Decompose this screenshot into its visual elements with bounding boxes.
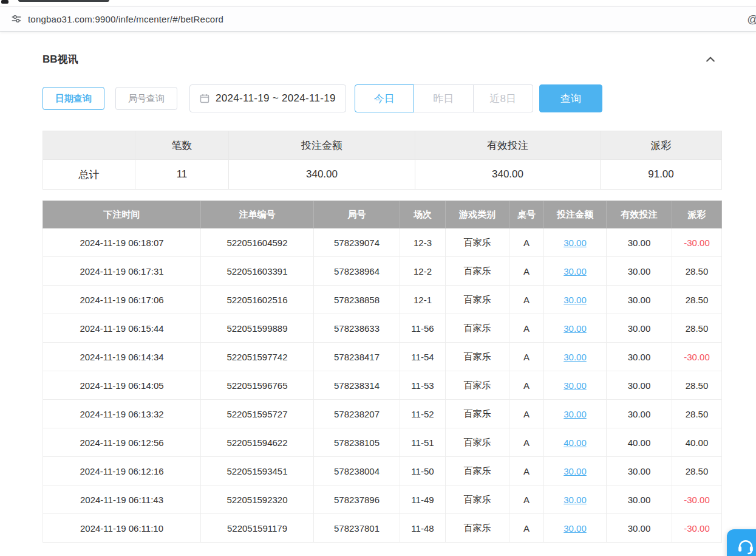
summary-header-valid-bet: 有效投注 bbox=[415, 131, 601, 160]
round-number-cell: 578237896 bbox=[314, 486, 400, 514]
round-number-cell: 578239074 bbox=[314, 228, 400, 257]
table-body: 2024-11-19 06:18:07522051604592578239074… bbox=[43, 228, 722, 543]
payout-cell: 40.00 bbox=[672, 428, 722, 457]
browser-url-bar[interactable]: tongbao31.com:9900/infe/mcenter/#/betRec… bbox=[0, 6, 756, 32]
bet-time-cell: 2024-11-19 06:15:44 bbox=[43, 314, 201, 343]
bet-amount-link[interactable]: 30.00 bbox=[564, 380, 587, 391]
bet-amount-link[interactable]: 30.00 bbox=[564, 352, 587, 362]
bet-record-table: 下注时间 注单编号 局号 场次 游戏类别 桌号 投注金额 有效投注 派彩 202… bbox=[43, 201, 722, 543]
date-query-button[interactable]: 日期查询 bbox=[43, 87, 104, 110]
bet-time-cell: 2024-11-19 06:18:07 bbox=[43, 228, 201, 257]
round-number-cell: 578238858 bbox=[314, 286, 400, 314]
valid-bet-cell: 30.00 bbox=[607, 286, 672, 314]
valid-bet-cell: 30.00 bbox=[607, 400, 672, 428]
bet-amount-link[interactable]: 30.00 bbox=[564, 523, 587, 534]
table-number-cell: A bbox=[509, 371, 544, 400]
bet-amount-link[interactable]: 30.00 bbox=[564, 466, 587, 476]
table-row: 2024-11-19 06:12:56522051594622578238105… bbox=[43, 428, 722, 457]
yesterday-button[interactable]: 昨日 bbox=[414, 84, 474, 112]
bet-amount-link[interactable]: 30.00 bbox=[564, 495, 587, 505]
order-number-cell: 522051594622 bbox=[201, 428, 314, 457]
header-payout: 派彩 bbox=[672, 201, 722, 228]
order-number-cell: 522051593451 bbox=[201, 457, 314, 486]
url-text[interactable]: tongbao31.com:9900/infe/mcenter/#/betRec… bbox=[28, 14, 223, 24]
bet-amount-cell: 30.00 bbox=[544, 371, 607, 400]
last-8-days-button[interactable]: 近8日 bbox=[474, 84, 533, 112]
payout-cell: 28.50 bbox=[672, 257, 722, 286]
session-cell: 11-48 bbox=[400, 514, 446, 543]
table-header-row: 下注时间 注单编号 局号 场次 游戏类别 桌号 投注金额 有效投注 派彩 bbox=[43, 201, 722, 228]
session-cell: 11-52 bbox=[400, 400, 446, 428]
table-number-cell: A bbox=[509, 400, 544, 428]
round-query-button[interactable]: 局号查询 bbox=[115, 87, 177, 110]
table-number-cell: A bbox=[509, 486, 544, 514]
payout-cell: -30.00 bbox=[672, 343, 722, 371]
bet-time-cell: 2024-11-19 06:13:32 bbox=[43, 400, 201, 428]
bet-time-cell: 2024-11-19 06:12:16 bbox=[43, 457, 201, 486]
summary-header-bet-amount: 投注金额 bbox=[229, 131, 415, 160]
search-button[interactable]: 查询 bbox=[539, 84, 602, 112]
table-number-cell: A bbox=[509, 514, 544, 543]
customer-service-button[interactable] bbox=[727, 529, 756, 556]
payout-cell: 28.50 bbox=[672, 371, 722, 400]
site-settings-icon[interactable] bbox=[7, 10, 26, 28]
game-type-cell: 百家乐 bbox=[446, 486, 509, 514]
table-number-cell: A bbox=[509, 228, 544, 257]
round-number-cell: 578238004 bbox=[314, 457, 400, 486]
valid-bet-cell: 30.00 bbox=[607, 228, 672, 257]
calendar-icon bbox=[200, 94, 209, 103]
game-type-cell: 百家乐 bbox=[446, 286, 509, 314]
date-range-input[interactable]: 2024-11-19 ~ 2024-11-19 bbox=[189, 84, 346, 112]
header-game-type: 游戏类别 bbox=[446, 201, 509, 228]
summary-header-payout: 派彩 bbox=[601, 131, 722, 160]
order-number-cell: 522051602516 bbox=[201, 286, 314, 314]
session-cell: 11-54 bbox=[400, 343, 446, 371]
order-number-cell: 522051592320 bbox=[201, 486, 314, 514]
date-range-value[interactable]: 2024-11-19 ~ 2024-11-19 bbox=[216, 92, 336, 105]
summary-count-value: 11 bbox=[135, 160, 229, 190]
header-bet-amount: 投注金额 bbox=[544, 201, 607, 228]
session-cell: 12-2 bbox=[400, 257, 446, 286]
session-cell: 11-56 bbox=[400, 314, 446, 343]
payout-cell: -30.00 bbox=[672, 514, 722, 543]
header-order-number: 注单编号 bbox=[201, 201, 314, 228]
payout-cell: 28.50 bbox=[672, 286, 722, 314]
bet-amount-cell: 30.00 bbox=[544, 486, 607, 514]
bet-amount-link[interactable]: 30.00 bbox=[564, 323, 587, 334]
round-number-cell: 578238207 bbox=[314, 400, 400, 428]
valid-bet-cell: 30.00 bbox=[607, 371, 672, 400]
summary-payout-value: 91.00 bbox=[601, 160, 722, 190]
browser-tab-edge bbox=[18, 0, 109, 2]
round-number-cell: 578237801 bbox=[314, 514, 400, 543]
session-cell: 12-1 bbox=[400, 286, 446, 314]
table-row: 2024-11-19 06:12:16522051593451578238004… bbox=[43, 457, 722, 486]
summary-bet-amount-value: 340.00 bbox=[229, 160, 415, 190]
payout-cell: 28.50 bbox=[672, 400, 722, 428]
today-button[interactable]: 今日 bbox=[355, 84, 414, 112]
game-type-cell: 百家乐 bbox=[446, 371, 509, 400]
bet-time-cell: 2024-11-19 06:17:31 bbox=[43, 257, 201, 286]
bet-amount-cell: 30.00 bbox=[544, 457, 607, 486]
bet-amount-link[interactable]: 30.00 bbox=[564, 266, 587, 276]
game-type-cell: 百家乐 bbox=[446, 400, 509, 428]
order-number-cell: 522051595727 bbox=[201, 400, 314, 428]
valid-bet-cell: 30.00 bbox=[607, 457, 672, 486]
game-type-cell: 百家乐 bbox=[446, 314, 509, 343]
quick-date-group: 今日 昨日 近8日 bbox=[355, 84, 533, 112]
order-number-cell: 522051603391 bbox=[201, 257, 314, 286]
summary-total-label: 总计 bbox=[43, 160, 135, 190]
order-number-cell: 522051596765 bbox=[201, 371, 314, 400]
bet-amount-link[interactable]: 30.00 bbox=[564, 409, 587, 419]
game-type-cell: 百家乐 bbox=[446, 428, 509, 457]
collapse-chevron-up-icon[interactable] bbox=[704, 53, 717, 66]
round-number-cell: 578238417 bbox=[314, 343, 400, 371]
browser-extension-icon[interactable]: @ bbox=[746, 12, 756, 27]
bet-amount-link[interactable]: 40.00 bbox=[564, 438, 587, 448]
summary-valid-bet-value: 340.00 bbox=[415, 160, 601, 190]
table-row: 2024-11-19 06:15:44522051599889578238633… bbox=[43, 314, 722, 343]
game-type-cell: 百家乐 bbox=[446, 343, 509, 371]
bet-amount-link[interactable]: 30.00 bbox=[564, 295, 587, 305]
session-cell: 11-50 bbox=[400, 457, 446, 486]
table-row: 2024-11-19 06:14:05522051596765578238314… bbox=[43, 371, 722, 400]
bet-amount-link[interactable]: 30.00 bbox=[564, 238, 587, 248]
